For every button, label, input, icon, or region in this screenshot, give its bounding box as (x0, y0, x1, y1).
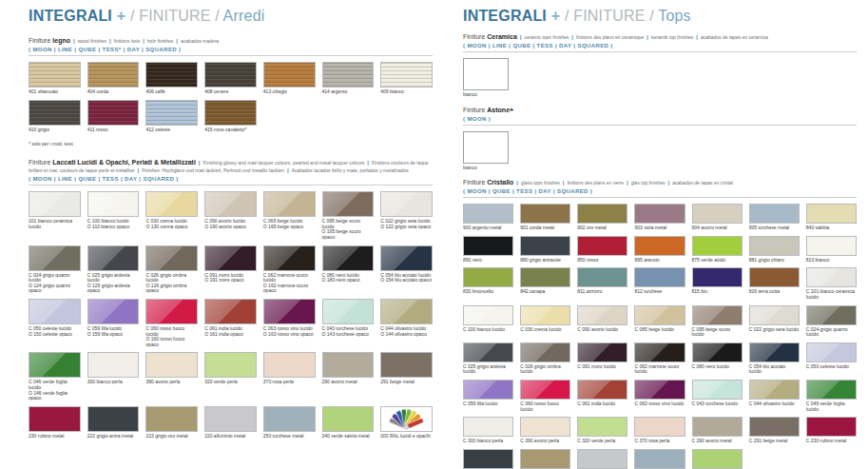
color-swatch (520, 204, 570, 224)
swatch-label: 811 azzurro (577, 289, 627, 295)
swatch-label-2: lucido (806, 332, 857, 338)
color-swatch (577, 267, 627, 287)
color-swatch (577, 342, 627, 362)
lang-label: glas top finishes (631, 180, 665, 186)
lang-separator: | (287, 167, 289, 173)
swatch-label: C 370 rosa perla (634, 439, 685, 444)
swatch-cell: C 044 olivastro lucidoO 144 olivastro op… (380, 299, 433, 347)
color-swatch (634, 449, 685, 469)
swatch-label: C 022 grigio seta lucido (749, 327, 800, 333)
swatch-label-2: O 163 rosso vino opaco (263, 332, 316, 338)
lang-label: holz finishes (147, 38, 174, 44)
swatch-label: 410 grigio (29, 127, 81, 133)
swatch-label-2: lucido (29, 225, 81, 230)
color-swatch (634, 380, 685, 400)
sections-tops: Finiture Ceramica|ceramic tops finishes|… (463, 33, 857, 469)
swatch-label-2: O 190 avorio opaco (204, 225, 257, 230)
lang-label: Finishing glossy and matt lacquer colour… (203, 160, 365, 166)
swatch-label: 875 verde acido (692, 258, 743, 264)
swatch-label-2: O 124 grigio quarzo opaco (29, 283, 81, 294)
models-line: ( MOON | LINE | QUBE | TESS | DAY | SQUA… (29, 176, 433, 182)
swatch-cell: 895 arancio (634, 236, 685, 264)
swatch-label: 414 argento (322, 89, 375, 95)
swatch-cell: C 065 beige lucido (634, 305, 685, 338)
color-swatch (29, 191, 81, 217)
swatch-label: bianco (463, 92, 513, 98)
swatch-cell: C 091 moro lucidoO 191 moro opaco (204, 245, 257, 294)
lang-separator: | (109, 38, 111, 44)
lang-label: acabados de tapas en cristal (672, 180, 733, 186)
swatch-label: 370 rosa perla (263, 380, 316, 385)
color-swatch (87, 352, 140, 378)
section-title: Cristallo (487, 179, 513, 186)
swatch-cell: 816 terra cotta (749, 267, 800, 300)
swatch-cell: 842 canapa (520, 267, 570, 300)
swatch-cell: 401 sbiancato (29, 62, 81, 95)
section-title-prefix: Finiture (29, 159, 52, 166)
color-swatch (463, 58, 509, 90)
swatch-cell: bianco (463, 58, 513, 98)
swatch-label: C 061 india lucido (577, 401, 627, 407)
swatch-label: 411 rosso (87, 127, 140, 133)
color-swatch (634, 236, 685, 256)
swatch-cell: C 291 beige metal (749, 417, 800, 444)
swatch-label: C 300 bianco perla (463, 439, 513, 444)
color-swatch (263, 191, 316, 217)
swatch-label: 390 avorio perla (145, 380, 198, 385)
swatch-cell: C 030 crema lucidoO 130 crema opaco (145, 191, 198, 240)
swatch-cell: 840 sabbia (806, 204, 857, 231)
swatch-label-2: O 144 olivastro opaco (380, 332, 433, 338)
lang-separator: | (627, 180, 628, 186)
color-swatch (204, 245, 257, 271)
color-swatch (634, 267, 685, 287)
swatch-cell: C 063 rosso vino lucidoO 163 rosso vino … (263, 299, 316, 347)
models-line: ( MOON | LINE | QUBE | TESS* | DAY | SQU… (29, 47, 433, 52)
swatch-cell: 409 bianco (380, 62, 433, 95)
swatch-cell: C 024 grigio quarzolucido (806, 305, 857, 338)
color-swatch (634, 417, 685, 437)
swatch-label: C 290 avorio metal (692, 439, 743, 444)
swatch-label: C 060 rosso fuoco lucido (520, 401, 570, 412)
swatch-cell: C 080 nero lucido (692, 342, 743, 375)
color-swatch (380, 245, 433, 271)
swatch-label-2: lucido (520, 369, 570, 375)
swatch-cell: 411 rosso (87, 100, 140, 133)
swatch-label-2: O 110 bianco opaco (87, 225, 140, 230)
swatch-cell: C 062 marrone scurolucido (634, 342, 685, 375)
swatch-label: C 100 bianco lucido (463, 327, 513, 333)
color-swatch (749, 305, 800, 325)
breadcrumb: / FINITURE / (125, 8, 222, 24)
swatch-cell: C 222 grigio antra metal (463, 449, 513, 469)
swatch-cell: C 046 verde foglia lucido (806, 380, 857, 412)
color-swatch (577, 236, 627, 256)
section-title: Ceramica (487, 33, 517, 40)
swatch-cell: 250 turchese metal (263, 406, 316, 440)
swatch-cell: C 046 verde foglia lucidoO 146 verde fog… (29, 352, 81, 401)
swatch-cell: 291 beige metal (380, 352, 433, 401)
color-swatch (145, 352, 198, 378)
section-title: Astone+ (487, 107, 513, 113)
swatch-cell: C 059 lilla lucidoO 159 lilla opaco (87, 299, 140, 347)
color-swatch (806, 342, 857, 362)
swatch-label: 290 avorio metal (322, 380, 375, 385)
swatch-label: 812 turchese (634, 289, 685, 295)
divider (463, 197, 857, 198)
color-swatch (145, 299, 198, 324)
swatch-cell: 222 grigio antra metal (87, 406, 140, 440)
swatch-label-2: O 160 rosso fuoco opaco (145, 337, 198, 347)
swatch-label: 895 arancio (634, 258, 685, 264)
color-swatch (204, 191, 257, 217)
lang-label: finitions bois (114, 38, 141, 44)
swatch-label: 000 RAL lucidi e opachi (380, 434, 433, 440)
color-swatch (463, 267, 513, 287)
swatch-cell: 904 avorio metal (692, 204, 743, 231)
lang-separator: | (137, 167, 139, 173)
swatch-label: 223 grigio oro metal (145, 434, 198, 440)
swatch-cell: 815 blu (692, 267, 743, 300)
lang-label: finitions des plans en verre (568, 180, 624, 186)
lang-separator: | (571, 34, 573, 40)
color-swatch (749, 267, 800, 287)
swatch-cell: 811 azzurro (577, 267, 627, 300)
swatch-label: 408 cenere (204, 89, 257, 95)
swatch-grid: bianco (463, 58, 857, 98)
